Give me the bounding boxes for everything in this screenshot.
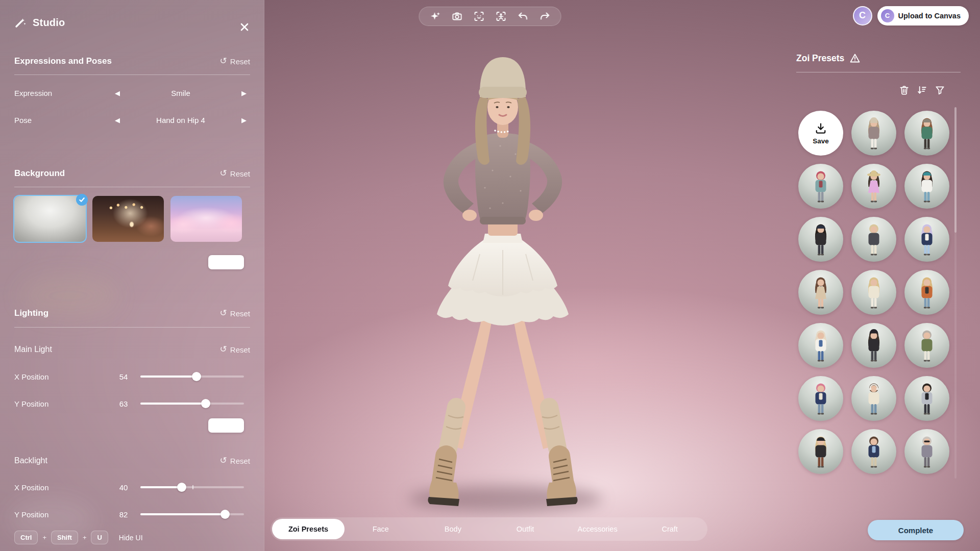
viewport-toolbar — [419, 7, 561, 26]
download-icon — [814, 122, 827, 135]
backlight-reset-button[interactable]: ↺ Reset — [220, 457, 250, 465]
expressions-section-title: Expressions and Poses — [14, 56, 112, 66]
hide-ui-label: Hide UI — [119, 534, 143, 542]
preset-green-jacket-gray-cap[interactable] — [904, 111, 949, 156]
lighting-reset-button[interactable]: ↺ Reset — [220, 309, 250, 318]
sparkles-icon[interactable] — [430, 11, 441, 22]
camera-icon[interactable] — [452, 11, 463, 22]
tab-accessories[interactable]: Accessories — [561, 519, 634, 539]
save-preset-button[interactable]: Save — [798, 111, 843, 156]
background-color-swatch[interactable] — [208, 255, 244, 269]
expression-next-arrow[interactable]: ▶ — [238, 89, 250, 97]
canvas-app-badge[interactable]: C — [853, 6, 872, 26]
close-icon[interactable] — [236, 18, 253, 36]
divider — [14, 74, 250, 75]
expression-prev-arrow[interactable]: ◀ — [111, 89, 124, 97]
preset-navy-cap-black-layered-outfit[interactable] — [798, 217, 843, 262]
background-thumb-pink-sky[interactable] — [170, 196, 242, 242]
preset-teal-cap-white-tee[interactable] — [904, 164, 949, 209]
preset-black-cap-black-tee-leather-pants[interactable] — [798, 429, 843, 474]
backlight-title: Backlight — [14, 456, 47, 465]
shortcut-plus: + — [83, 534, 87, 541]
redo-icon[interactable] — [540, 11, 551, 22]
studio-screen: Studio Expressions and Poses ↺ Reset Exp… — [0, 0, 980, 551]
main-light-color-swatch[interactable] — [208, 418, 244, 433]
divider — [14, 187, 250, 187]
pose-next-arrow[interactable]: ▶ — [238, 116, 250, 124]
backlight-y-slider[interactable] — [140, 510, 244, 519]
main-light-y-slider[interactable] — [140, 399, 244, 408]
slider-default-tick — [192, 485, 193, 489]
slider-knob[interactable] — [201, 399, 210, 408]
expressions-reset-button[interactable]: ↺ Reset — [220, 57, 250, 66]
preset-pink-hair-navy-varsity-jacket[interactable] — [798, 376, 843, 421]
character-preview[interactable] — [403, 50, 602, 514]
tab-zoi-presets[interactable]: Zoi Presets — [272, 519, 345, 539]
preset-gray-curls-olive-patch-jacket[interactable] — [904, 323, 949, 368]
key-chip-ctrl: Ctrl — [14, 531, 38, 544]
canvas-logo-icon: C — [881, 9, 894, 22]
pose-value: Hand on Hip 4 — [156, 116, 205, 124]
preset-lavender-pigtails-navy-jacket[interactable] — [904, 217, 949, 262]
preset-scrollbar[interactable] — [954, 107, 957, 479]
preset-straw-hat-pink-dress[interactable] — [851, 164, 896, 209]
tab-outfit[interactable]: Outfit — [489, 519, 561, 539]
pose-label: Pose — [14, 116, 32, 124]
preset-scrollbar-thumb[interactable] — [954, 107, 957, 233]
magic-wand-icon — [14, 16, 27, 29]
studio-panel: Studio Expressions and Poses ↺ Reset Exp… — [0, 0, 264, 551]
background-thumbnails — [14, 196, 242, 242]
divider — [796, 72, 961, 72]
tab-craft[interactable]: Craft — [633, 519, 706, 539]
background-section-title: Background — [14, 168, 65, 179]
preset-beanie-gray-sweater-white-skirt[interactable] — [851, 111, 896, 156]
body-capture-icon[interactable] — [496, 11, 507, 22]
delete-icon[interactable] — [899, 85, 910, 95]
main-light-x-slider[interactable] — [140, 372, 244, 381]
tab-body[interactable]: Body — [417, 519, 489, 539]
slider-knob[interactable] — [177, 483, 186, 492]
background-thumb-cozy-room[interactable] — [92, 196, 164, 242]
slider-knob[interactable] — [220, 510, 230, 519]
main-light-reset-button[interactable]: ↺ Reset — [220, 345, 250, 354]
preset-orange-overshirt-denim[interactable] — [904, 270, 949, 315]
reset-icon: ↺ — [220, 456, 227, 465]
key-chip-u: U — [91, 531, 108, 544]
key-chip-shift: Shift — [51, 531, 78, 544]
pose-prev-arrow[interactable]: ◀ — [111, 116, 124, 124]
expression-label: Expression — [14, 89, 52, 97]
background-thumb-studio-backdrop[interactable] — [14, 196, 86, 242]
lighting-section-title: Lighting — [14, 308, 48, 318]
preset-black-beret-black-coat[interactable] — [851, 323, 896, 368]
preset-brown-bob-navy-blazer[interactable] — [851, 429, 896, 474]
background-reset-button[interactable]: ↺ Reset — [220, 169, 250, 178]
undo-icon[interactable] — [518, 11, 529, 22]
preset-headphones-cream-sweatshirt[interactable] — [851, 376, 896, 421]
upload-to-canvas-button[interactable]: C Upload to Canvas — [877, 6, 969, 26]
slider-knob[interactable] — [192, 372, 201, 381]
sort-descending-icon[interactable] — [917, 85, 927, 95]
backlight-y-label: Y Position — [14, 510, 48, 519]
hide-ui-shortcut: Ctrl+Shift+U Hide UI — [14, 531, 143, 544]
reset-icon: ↺ — [220, 309, 227, 317]
tab-face[interactable]: Face — [345, 519, 417, 539]
preset-platinum-waves-white-jacket-blue-dress[interactable] — [798, 323, 843, 368]
filter-icon[interactable] — [935, 85, 945, 95]
reset-icon: ↺ — [220, 345, 227, 354]
face-capture-icon[interactable] — [474, 11, 485, 22]
preset-silver-hair-sunglasses-windbreaker[interactable] — [904, 429, 949, 474]
backlight-x-value: 40 — [111, 483, 136, 492]
main-light-x-label: X Position — [14, 372, 49, 381]
preset-cream-cardigan-navy-trim[interactable] — [851, 270, 896, 315]
backlight-x-slider[interactable] — [140, 483, 244, 492]
shortcut-plus: + — [42, 534, 46, 541]
preset-blonde-buzzcut-dark-bomber[interactable] — [851, 217, 896, 262]
preset-black-crop-gray-shimmer-jacket[interactable] — [904, 376, 949, 421]
backlight-x-label: X Position — [14, 483, 49, 492]
main-light-title: Main Light — [14, 345, 52, 354]
warning-icon[interactable] — [849, 53, 861, 64]
preset-beige-dress-white-sleeves[interactable] — [798, 270, 843, 315]
preset-pink-hair-colorblock-jacket[interactable] — [798, 164, 843, 209]
complete-button[interactable]: Complete — [868, 520, 964, 540]
upload-button-label: Upload to Canvas — [898, 12, 961, 20]
